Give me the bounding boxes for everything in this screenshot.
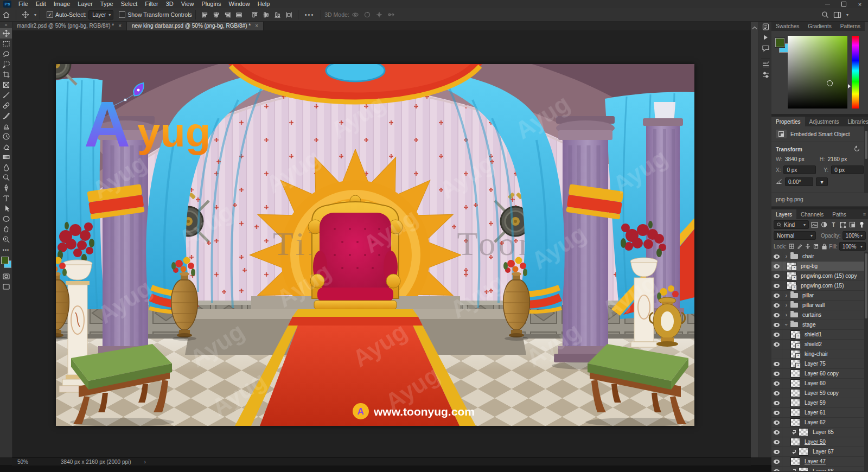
angle-input[interactable]: 0.00° [785,177,813,186]
history-panel-icon[interactable] [759,21,772,32]
eye-icon[interactable] [771,408,782,417]
paragraph-panel-icon[interactable] [759,59,772,69]
screen-mode-icon[interactable] [0,282,12,292]
layer-row[interactable]: Layer 59 copy [771,388,868,398]
eye-icon[interactable] [771,379,782,388]
more-options-icon[interactable]: ••• [302,11,318,18]
lock-transparent-icon[interactable] [788,243,795,250]
eye-icon[interactable] [771,310,782,320]
home-icon[interactable] [0,11,12,19]
show-transform-checkbox[interactable] [119,11,125,18]
properties-scrollbar[interactable] [864,126,868,193]
filter-kind-dropdown[interactable]: Kind▾ [774,220,809,229]
foreground-background-swatches[interactable] [0,255,12,271]
menu-view[interactable]: View [177,0,198,8]
menu-plugins[interactable]: Plugins [197,0,225,8]
tab-color[interactable]: Color [865,21,868,31]
marquee-tool[interactable] [0,39,12,49]
lock-artboard-icon[interactable] [813,243,819,250]
layer-row[interactable]: Layer 75 [771,359,868,369]
quick-mask-icon[interactable] [0,271,12,282]
eye-icon[interactable] [771,447,782,456]
reset-transform-icon[interactable] [853,145,860,154]
foreground-color-swatch[interactable] [1,257,9,264]
zoom-tool[interactable] [0,234,12,245]
eye-icon[interactable] [771,291,782,300]
edit-toolbar-icon[interactable]: ••• [0,245,12,255]
layer-row[interactable]: ›curtains [771,310,868,320]
filter-type-icon[interactable]: T [829,221,838,228]
tab-properties[interactable]: Properties [771,117,805,126]
eye-icon[interactable] [771,398,782,407]
eraser-tool[interactable] [0,142,12,152]
menu-image[interactable]: Image [50,0,74,8]
menu-edit[interactable]: Edit [32,0,50,8]
opacity-input[interactable]: 100%▾ [843,231,866,240]
angle-dropdown[interactable]: ▾ [816,177,828,186]
layer-row[interactable]: Layer 61 [771,408,868,418]
align-justify-icon[interactable] [233,11,245,18]
layer-row-clip-base[interactable]: Layer 50 [771,437,868,447]
layer-row-clip-base[interactable]: Layer 47 [771,457,868,467]
menu-select[interactable]: Select [117,0,142,8]
lock-all-icon[interactable] [821,243,827,250]
search-icon[interactable] [819,11,831,18]
document-tab-inactive[interactable]: mandir2.psd @ 50% (png-bg, RGB/8#) *× [12,21,127,30]
lock-pixels-icon[interactable] [796,243,803,250]
canvas-document[interactable]: Tikloo Toonz [56,64,694,426]
frame-tool[interactable] [0,80,12,90]
gradient-tool[interactable] [0,152,12,162]
panel-menu-icon[interactable]: ≡ [863,209,868,219]
path-selection-tool[interactable] [0,203,12,214]
tab-patterns[interactable]: Patterns [836,21,865,31]
color-cursor[interactable] [827,80,833,86]
workspace-caret-icon[interactable]: ▾ [846,12,848,17]
zoom-level-field[interactable]: 50% [17,459,28,465]
x-input[interactable]: 0 px [783,165,816,174]
tool-preset-caret-icon[interactable]: ▾ [34,12,36,17]
eye-icon[interactable] [771,457,782,466]
tab-swatches[interactable]: Swatches [771,21,803,31]
layer-row[interactable]: shield2 [771,340,868,349]
align-center-h-icon[interactable] [210,11,222,18]
auto-select-checkbox[interactable]: ✓ [47,11,53,18]
eye-icon[interactable] [771,252,782,261]
layer-row[interactable]: ›pillar [771,291,868,301]
menu-layer[interactable]: Layer [74,0,97,8]
status-popup-arrow-icon[interactable]: › [144,459,146,465]
close-tab-icon[interactable]: × [255,23,258,29]
restore-button[interactable] [835,0,852,8]
layer-row-selected[interactable]: png-bg [771,261,868,271]
menu-3d[interactable]: 3D [162,0,177,8]
layer-row-clipped[interactable]: Layer 66 [771,467,868,471]
expand-panels-icon[interactable] [752,24,757,31]
type-tool[interactable] [0,193,12,203]
dodge-tool[interactable] [0,173,12,183]
lock-position-icon[interactable] [805,243,811,250]
filter-shape-icon[interactable] [839,221,847,228]
hue-slider-marker[interactable] [848,84,851,88]
filter-image-icon[interactable] [810,221,819,228]
blur-tool[interactable] [0,162,12,173]
auto-select-target-dropdown[interactable]: Layer▾ [88,10,113,20]
move-tool[interactable] [0,28,12,39]
layer-row[interactable]: pngwing.com (15) copy [771,271,868,281]
menu-file[interactable]: File [15,0,32,8]
eye-icon[interactable] [771,428,782,437]
align-top-icon[interactable] [249,11,260,18]
layer-row[interactable]: Layer 62 [771,418,868,428]
eye-icon[interactable] [771,330,782,339]
layers-scrollbar[interactable] [864,252,868,471]
menu-help[interactable]: Help [254,0,274,8]
fill-input[interactable]: 100%▾ [839,242,866,251]
blend-mode-dropdown[interactable]: Normal▾ [774,231,816,240]
history-brush-tool[interactable] [0,131,12,142]
layer-row[interactable]: shield1 [771,330,868,340]
close-tab-icon[interactable]: × [118,23,122,29]
align-bottom-icon[interactable] [272,11,283,18]
saturation-brightness-field[interactable] [788,36,847,109]
eye-icon[interactable] [771,359,782,368]
distribute-icon[interactable] [283,11,295,18]
tab-channels[interactable]: Channels [796,209,828,219]
layer-row[interactable]: Layer 59 [771,398,868,408]
